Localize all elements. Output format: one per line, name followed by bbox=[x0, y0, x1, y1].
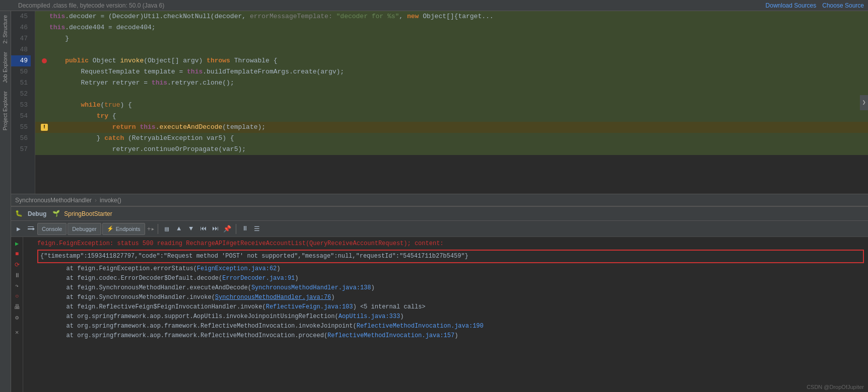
up-button[interactable]: ▲ bbox=[173, 223, 184, 234]
step-icon[interactable]: ↷ bbox=[13, 281, 22, 290]
line-numbers: 45 46 47 48 49 50 51 52 53 54 55 56 57 bbox=[11, 11, 35, 194]
breadcrumb-file: SynchronousMethodHandler bbox=[15, 197, 92, 204]
code-line-46: this.decode404 = decode404; bbox=[35, 22, 868, 33]
line-num-52: 52 bbox=[11, 89, 31, 100]
debug-icon-header: 🐛 bbox=[15, 210, 23, 217]
debug-panel: 🐛 Debug 🌱 SpringBootStarter ▶ Console De… bbox=[11, 206, 868, 392]
code-line-48 bbox=[35, 44, 868, 55]
code-line-56: } catch (RetryableException var5) { bbox=[35, 133, 868, 144]
print-icon[interactable]: 🖶 bbox=[13, 302, 22, 311]
line-num-47: 47 bbox=[11, 33, 31, 44]
endpoints-tab-icon: ⚡ bbox=[107, 225, 114, 232]
toolbar-btn-3[interactable]: ☰ bbox=[251, 223, 262, 234]
debug-left-controls: ▶ ■ ⟳ ⏸ ↷ ○ 🖶 ⚙ ✕ bbox=[11, 237, 23, 392]
code-line-47: } bbox=[35, 33, 868, 44]
last-button[interactable]: ⏭ bbox=[210, 223, 221, 234]
console-line-4: at feign.SynchronousMethodHandler.invoke… bbox=[23, 293, 868, 302]
code-line-55: ! return this.executeAndDecode(template)… bbox=[35, 122, 868, 133]
clear-icon[interactable]: ○ bbox=[13, 292, 22, 301]
code-area: 45 46 47 48 49 50 51 52 53 54 55 56 57 bbox=[11, 11, 868, 194]
toolbar-sep-1 bbox=[158, 224, 158, 234]
console-output[interactable]: feign.FeignException: status 500 reading… bbox=[23, 237, 868, 343]
line-num-50: 50 bbox=[11, 66, 31, 77]
pause-button[interactable]: ⏸ bbox=[239, 223, 250, 234]
tab-endpoints[interactable]: ⚡ Endpoints bbox=[102, 223, 145, 235]
svg-rect-0 bbox=[28, 228, 33, 229]
code-content[interactable]: this.decoder = (Decoder)Util.checkNotNul… bbox=[35, 11, 868, 194]
breakpoint-49 bbox=[42, 58, 47, 63]
line-num-48: 48 bbox=[11, 44, 31, 55]
gutter-49 bbox=[39, 58, 49, 63]
console-line-5: at feign.ReflectiveFeign$FeignInvocation… bbox=[23, 302, 868, 312]
code-editor: 45 46 47 48 49 50 51 52 53 54 55 56 57 bbox=[11, 11, 868, 194]
stop-icon[interactable]: ■ bbox=[13, 250, 22, 259]
breadcrumb-method: invoke() bbox=[100, 197, 121, 204]
debug-app-name: SpringBootStarter bbox=[64, 210, 112, 217]
console-line-3: at feign.SynchronousMethodHandler.execut… bbox=[23, 283, 868, 293]
pause-debug-icon[interactable]: ⏸ bbox=[13, 271, 22, 280]
toolbar-more[interactable]: +▸ bbox=[147, 225, 155, 233]
line-num-49: 49 bbox=[11, 55, 31, 66]
tab-debugger[interactable]: Debugger bbox=[68, 223, 101, 235]
console-output-wrapper: feign.FeignException: status 500 reading… bbox=[23, 237, 868, 392]
top-bar-links: Download Sources Choose Source bbox=[766, 2, 864, 9]
debug-title: Debug bbox=[28, 210, 46, 217]
debugger-tab-label: Debugger bbox=[72, 226, 96, 232]
rerun-icon[interactable]: ⟳ bbox=[13, 260, 22, 269]
line-num-46: 46 bbox=[11, 22, 31, 33]
error-json-text: {"timestamp":1593411827797,"code":"Reque… bbox=[40, 253, 469, 260]
down-button[interactable]: ▼ bbox=[185, 223, 196, 234]
debug-content-layout: ▶ ■ ⟳ ⏸ ↷ ○ 🖶 ⚙ ✕ feign.FeignException: … bbox=[11, 237, 868, 392]
filter-button[interactable]: ▤ bbox=[161, 223, 172, 234]
close-debug-icon[interactable]: ✕ bbox=[13, 328, 22, 337]
debug-header: 🐛 Debug 🌱 SpringBootStarter bbox=[11, 207, 868, 221]
svg-marker-1 bbox=[33, 227, 35, 230]
line-num-54: 54 bbox=[11, 111, 31, 122]
warning-icon-55: ! bbox=[41, 124, 48, 131]
play-debug-icon[interactable]: ▶ bbox=[13, 239, 22, 248]
line-num-45: 45 bbox=[11, 11, 31, 22]
watermark: CSDN @DropOfJupiter bbox=[807, 384, 864, 390]
scroll-right-arrow[interactable]: ❯ bbox=[860, 95, 868, 110]
code-line-52 bbox=[35, 89, 868, 100]
console-line-1: at feign.FeignException.errorStatus(Feig… bbox=[23, 264, 868, 274]
debug-app-icon: 🌱 bbox=[52, 210, 60, 217]
choose-source-link[interactable]: Choose Source bbox=[822, 2, 864, 9]
endpoints-tab-label: Endpoints bbox=[116, 226, 141, 232]
console-line-feign-exception: feign.FeignException: status 500 reading… bbox=[23, 239, 868, 249]
resume-button[interactable]: ▶ bbox=[13, 223, 24, 234]
line-num-55: 55 bbox=[11, 122, 31, 133]
breadcrumb-sep: › bbox=[95, 197, 97, 204]
gutter-55: ! bbox=[39, 124, 49, 131]
pin-button[interactable]: 📌 bbox=[222, 223, 233, 234]
sidebar-label-structure[interactable]: 2: Structure bbox=[0, 11, 11, 48]
line-num-57: 57 bbox=[11, 144, 31, 155]
line-num-53: 53 bbox=[11, 100, 31, 111]
toolbar-sep-2 bbox=[236, 224, 236, 234]
first-button[interactable]: ⏮ bbox=[197, 223, 209, 234]
code-line-45: this.decoder = (Decoder)Util.checkNotNul… bbox=[35, 11, 868, 22]
code-line-51: Retryer retryer = this.retryer.clone(); bbox=[35, 77, 868, 89]
code-panel: 45 46 47 48 49 50 51 52 53 54 55 56 57 bbox=[11, 11, 868, 392]
main-layout: 2: Structure Job Explorer Project Explor… bbox=[0, 11, 868, 392]
code-line-53: while(true) { bbox=[35, 100, 868, 111]
step-over-button[interactable] bbox=[25, 223, 36, 234]
breadcrumb-bar: SynchronousMethodHandler › invoke() bbox=[11, 194, 868, 206]
line-num-51: 51 bbox=[11, 77, 31, 89]
svg-rect-2 bbox=[28, 226, 34, 227]
top-bar: Decompiled .class file, bytecode version… bbox=[0, 0, 868, 11]
debug-toolbar: ▶ Console Debugger ⚡ Endpoints +▸ bbox=[11, 221, 868, 237]
code-line-54: try { bbox=[35, 111, 868, 122]
settings-debug-icon[interactable]: ⚙ bbox=[13, 313, 22, 322]
code-line-50: RequestTemplate template = this.buildTem… bbox=[35, 66, 868, 77]
sidebar-label-job-explorer[interactable]: Job Explorer bbox=[0, 48, 11, 87]
vertical-sidebar: 2: Structure Job Explorer Project Explor… bbox=[0, 11, 11, 392]
line-num-56: 56 bbox=[11, 133, 31, 144]
tab-console[interactable]: Console bbox=[37, 223, 66, 235]
console-line-7: at org.springframework.aop.framework.Ref… bbox=[23, 322, 868, 331]
sidebar-label-project-explorer[interactable]: Project Explorer bbox=[0, 87, 11, 134]
download-sources-link[interactable]: Download Sources bbox=[766, 2, 817, 9]
console-line-2: at feign.codec.ErrorDecoder$Default.deco… bbox=[23, 274, 868, 283]
console-tab-label: Console bbox=[42, 226, 62, 232]
console-line-6: at org.springframework.aop.support.AopUt… bbox=[23, 312, 868, 322]
